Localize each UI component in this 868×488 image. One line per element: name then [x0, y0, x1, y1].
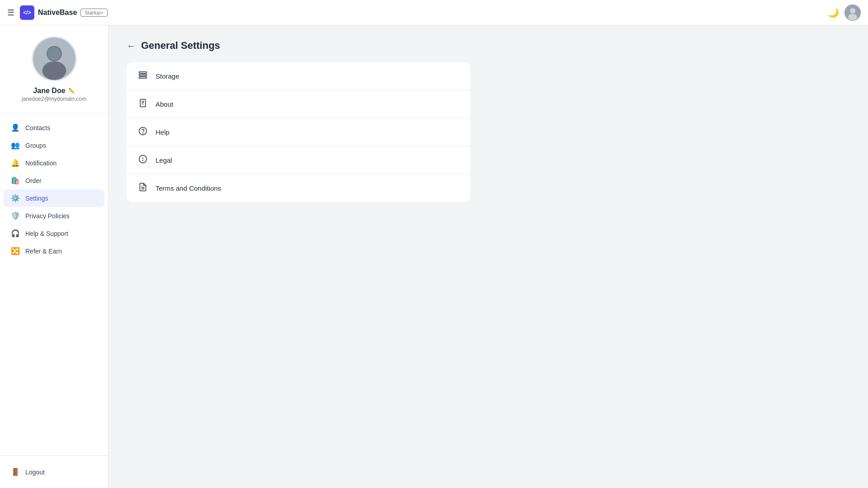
- sidebar-item-logout[interactable]: 🚪 Logout: [4, 463, 104, 481]
- user-name: Jane Doe ✏️: [33, 87, 75, 95]
- settings-item-legal[interactable]: Legal: [127, 146, 470, 174]
- sidebar-label-privacy: Privacy Policies: [25, 212, 70, 220]
- navbar: ☰ </> NativeBase Startup+ 🌙: [0, 0, 868, 25]
- user-avatar-large: [32, 36, 77, 81]
- help-label: Help: [156, 128, 170, 136]
- sidebar-label-logout: Logout: [25, 469, 45, 476]
- sidebar-item-order[interactable]: 🛍️ Order: [4, 172, 104, 189]
- terms-label: Terms and Conditions: [156, 184, 221, 192]
- brand-name: NativeBase: [38, 9, 77, 17]
- help-support-icon: 🎧: [11, 229, 20, 238]
- sidebar-item-settings[interactable]: ⚙️ Settings: [4, 189, 104, 207]
- back-button[interactable]: ←: [127, 41, 136, 51]
- sidebar-item-help-support[interactable]: 🎧 Help & Support: [4, 225, 104, 242]
- main-content: ← General Settings Storage: [108, 25, 868, 488]
- sidebar-footer: 🚪 Logout: [0, 455, 108, 481]
- logout-icon: 🚪: [11, 468, 20, 476]
- order-icon: 🛍️: [11, 176, 20, 185]
- user-email: janedoe2@mydomain.com: [22, 96, 86, 102]
- refer-earn-icon: 🔀: [11, 247, 20, 255]
- settings-item-help[interactable]: Help: [127, 118, 470, 146]
- edit-name-icon[interactable]: ✏️: [68, 88, 75, 94]
- help-icon: [137, 127, 148, 138]
- user-avatar-nav[interactable]: [844, 5, 861, 21]
- svg-point-6: [47, 47, 61, 61]
- brand-logo: </>: [20, 5, 34, 20]
- sidebar-item-notification[interactable]: 🔔 Notification: [4, 154, 104, 172]
- svg-point-18: [143, 160, 143, 161]
- sidebar-label-groups: Groups: [25, 142, 46, 149]
- settings-card: Storage About: [127, 62, 470, 202]
- settings-item-storage[interactable]: Storage: [127, 62, 470, 90]
- svg-point-1: [850, 8, 855, 14]
- brand-logo-text: </>: [23, 9, 31, 16]
- svg-point-5: [42, 61, 66, 80]
- sidebar-nav: 👤 Contacts 👥 Groups 🔔 Notification 🛍️ Or…: [0, 119, 108, 455]
- contacts-icon: 👤: [11, 123, 20, 132]
- settings-item-about[interactable]: About: [127, 90, 470, 118]
- sidebar-item-groups[interactable]: 👥 Groups: [4, 136, 104, 154]
- about-label: About: [156, 100, 173, 108]
- navbar-right: 🌙: [828, 5, 861, 21]
- terms-icon: [137, 183, 148, 194]
- groups-icon: 👥: [11, 141, 20, 150]
- dark-mode-icon[interactable]: 🌙: [828, 7, 839, 18]
- sidebar: Jane Doe ✏️ janedoe2@mydomain.com 👤 Cont…: [0, 25, 108, 488]
- svg-rect-9: [139, 77, 147, 78]
- page-header: ← General Settings: [127, 40, 850, 52]
- page-title: General Settings: [141, 40, 220, 52]
- svg-point-2: [848, 14, 857, 20]
- settings-icon: ⚙️: [11, 194, 20, 202]
- sidebar-label-notification: Notification: [25, 160, 57, 167]
- notification-icon: 🔔: [11, 159, 20, 167]
- sidebar-label-order: Order: [25, 177, 42, 184]
- storage-label: Storage: [156, 72, 179, 80]
- svg-rect-8: [139, 74, 147, 75]
- sidebar-item-privacy-policies[interactable]: 🛡️ Privacy Policies: [4, 207, 104, 225]
- storage-icon: [137, 70, 148, 82]
- brand-badge: Startup+: [80, 9, 108, 17]
- hamburger-icon[interactable]: ☰: [7, 8, 14, 18]
- sidebar-label-settings: Settings: [25, 195, 48, 202]
- settings-item-terms[interactable]: Terms and Conditions: [127, 174, 470, 202]
- privacy-icon: 🛡️: [11, 211, 20, 220]
- brand: </> NativeBase Startup+: [20, 5, 108, 20]
- legal-icon: [137, 155, 148, 166]
- app-layout: Jane Doe ✏️ janedoe2@mydomain.com 👤 Cont…: [0, 25, 868, 488]
- sidebar-label-refer-earn: Refer & Earn: [25, 248, 62, 255]
- svg-rect-7: [139, 72, 147, 73]
- sidebar-item-refer-earn[interactable]: 🔀 Refer & Earn: [4, 242, 104, 260]
- legal-label: Legal: [156, 156, 172, 164]
- sidebar-label-help-support: Help & Support: [25, 230, 68, 237]
- sidebar-item-contacts[interactable]: 👤 Contacts: [4, 119, 104, 136]
- navbar-left: ☰ </> NativeBase Startup+: [7, 5, 108, 20]
- sidebar-profile: Jane Doe ✏️ janedoe2@mydomain.com: [0, 36, 108, 113]
- sidebar-label-contacts: Contacts: [25, 124, 50, 131]
- about-icon: [137, 99, 148, 110]
